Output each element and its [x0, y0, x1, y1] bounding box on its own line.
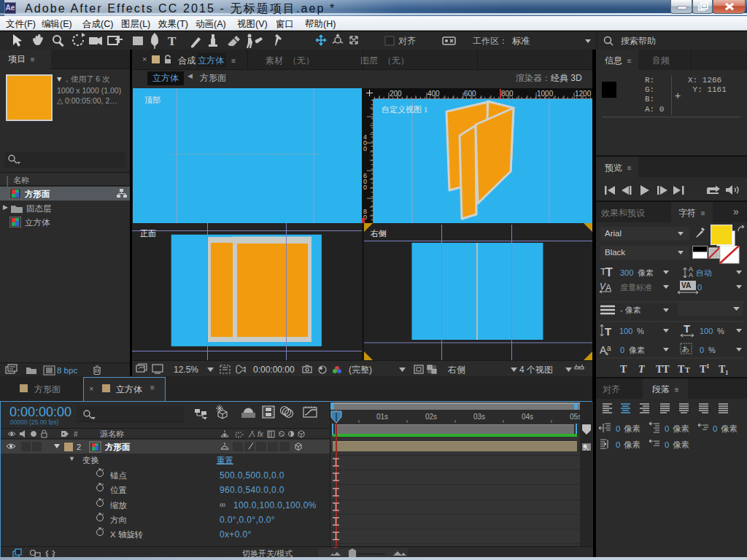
svg-text:600: 600	[464, 90, 476, 98]
svg-text:800: 800	[501, 90, 514, 98]
svg-text:像素: 像素	[629, 346, 645, 354]
svg-text:T: T	[168, 34, 177, 48]
svg-text:200: 200	[390, 90, 402, 98]
svg-text:a: a	[607, 344, 611, 352]
svg-text:0: 0	[713, 424, 717, 433]
svg-text:TT: TT	[656, 364, 670, 375]
svg-text:%: %	[717, 327, 724, 335]
svg-text:方形面: 方形面	[104, 442, 131, 452]
svg-text:100: 100	[619, 327, 632, 335]
svg-text:右侧: 右侧	[447, 365, 465, 375]
svg-text:0: 0	[665, 440, 669, 449]
svg-text:12.5%: 12.5%	[174, 365, 198, 375]
svg-text:搜索帮助: 搜索帮助	[621, 36, 656, 46]
svg-text:T: T	[638, 364, 646, 375]
svg-text:1000: 1000	[537, 90, 554, 98]
svg-text:(完整): (完整)	[349, 365, 372, 375]
svg-text:工作区：: 工作区：	[473, 36, 508, 46]
svg-text:%: %	[708, 346, 716, 354]
svg-text:1: 1	[725, 369, 729, 376]
svg-text:VA: VA	[681, 281, 691, 289]
svg-text:1200: 1200	[575, 90, 592, 98]
svg-text:像素: 像素	[638, 268, 654, 277]
svg-text:自动: 自动	[696, 268, 712, 277]
svg-text:0: 0	[700, 346, 704, 354]
svg-text:A: A	[689, 271, 693, 279]
svg-text:8 bpc: 8 bpc	[57, 366, 77, 375]
svg-text:0: 0	[697, 283, 702, 292]
svg-text:度量标准: 度量标准	[620, 283, 652, 292]
svg-text:03s: 03s	[473, 413, 485, 421]
svg-text:01s: 01s	[376, 413, 388, 421]
svg-text:0: 0	[616, 424, 620, 433]
svg-text:像素: 像素	[673, 424, 689, 433]
svg-text:T: T	[684, 322, 690, 335]
svg-text:fx: fx	[258, 430, 264, 438]
svg-text:T: T	[685, 366, 690, 374]
svg-text:4 个视图: 4 个视图	[519, 365, 553, 375]
svg-text:#: #	[74, 430, 78, 438]
svg-text:1: 1	[706, 362, 710, 370]
svg-text:2: 2	[77, 443, 81, 451]
svg-text:04s: 04s	[522, 413, 533, 421]
svg-text:像素: 像素	[624, 424, 640, 433]
svg-text:像素: 像素	[721, 424, 738, 433]
svg-text:0: 0	[616, 440, 620, 449]
svg-text:0:00:00:00: 0:00:00:00	[253, 365, 295, 375]
svg-text:源名称: 源名称	[100, 429, 124, 438]
svg-text:T: T	[620, 364, 627, 375]
svg-text:あ: あ	[682, 345, 689, 353]
svg-text:对齐: 对齐	[398, 36, 416, 46]
svg-text:T: T	[605, 266, 613, 279]
svg-text:T: T	[678, 364, 685, 375]
svg-text:像素: 像素	[624, 440, 640, 449]
svg-text:0: 0	[665, 424, 669, 433]
svg-text:- 像素: - 像素	[620, 306, 641, 314]
svg-text:400: 400	[427, 90, 440, 98]
svg-text:300: 300	[620, 268, 633, 277]
svg-text:T: T	[605, 325, 611, 338]
svg-text:像素: 像素	[673, 440, 689, 449]
svg-text:0: 0	[363, 145, 367, 152]
svg-text:02s: 02s	[425, 413, 437, 421]
svg-text:%: %	[637, 327, 644, 335]
svg-text:标准: 标准	[512, 36, 530, 46]
svg-text:0: 0	[620, 346, 624, 354]
svg-text:0: 0	[363, 184, 367, 191]
svg-text:100: 100	[700, 327, 713, 335]
